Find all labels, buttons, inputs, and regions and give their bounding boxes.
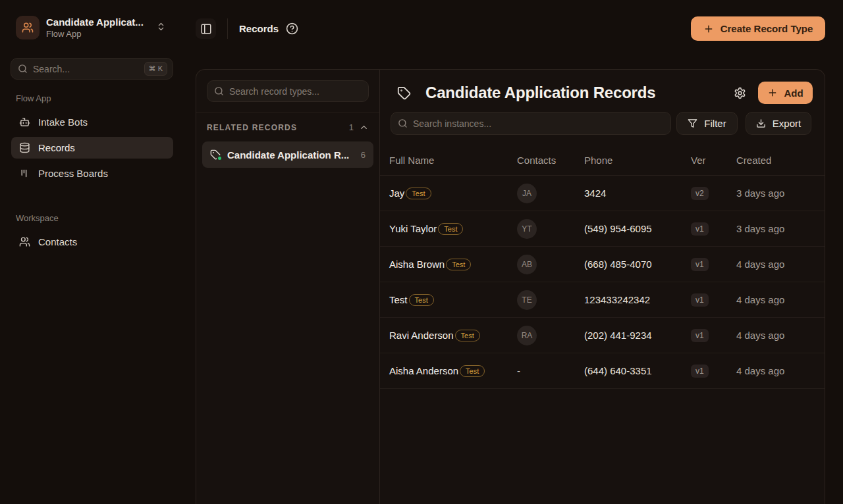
created-cell: 4 days ago [736, 365, 825, 376]
add-record-button[interactable]: Add [758, 82, 813, 104]
record-name: Ravi Anderson [389, 330, 454, 341]
contact-avatar: RA [517, 326, 537, 345]
phone-cell: 3424 [584, 188, 691, 199]
version-badge: v2 [691, 187, 709, 200]
database-icon [19, 142, 30, 153]
contacts-cell: - [517, 365, 584, 377]
full-name-cell: Aisha Brown Test [389, 259, 517, 270]
topbar-divider [227, 18, 228, 39]
sidebar-item-records[interactable]: Records [11, 137, 173, 159]
nav-section-flow-app: Flow App [16, 93, 184, 103]
filter-label: Filter [704, 118, 726, 129]
test-badge: Test [460, 365, 485, 377]
record-type-item[interactable]: Candidate Application R... 6 [202, 141, 373, 168]
column-header-contacts: Contacts [517, 155, 584, 166]
record-types-search-input[interactable] [229, 86, 363, 97]
contacts-cell: TE [517, 290, 584, 310]
records-table: Full Name Contacts Phone Ver Created Jay… [380, 145, 825, 389]
table-row[interactable]: Aisha Brown Test AB (668) 485-4070 v1 4 … [380, 247, 825, 282]
table-row[interactable]: Ravi Anderson Test RA (202) 441-9234 v1 … [380, 318, 825, 353]
help-circle-icon[interactable] [286, 22, 298, 35]
record-name: Yuki Taylor [389, 223, 437, 234]
contacts-cell: RA [517, 326, 584, 345]
kanban-icon [19, 168, 30, 179]
sidebar-item-intake-bots[interactable]: Intake Bots [11, 111, 173, 133]
full-name-cell: Yuki Taylor Test [389, 223, 517, 235]
table-row[interactable]: Yuki Taylor Test YT (549) 954-6095 v1 3 … [380, 211, 825, 247]
contacts-cell: JA [517, 184, 584, 203]
contact-empty-dash: - [517, 365, 520, 376]
sidebar-search-input[interactable] [33, 64, 139, 74]
filter-button[interactable]: Filter [676, 112, 738, 135]
records-header: Candidate Application Records Add [380, 70, 825, 104]
contact-avatar: YT [517, 219, 537, 239]
instances-search[interactable] [391, 112, 671, 135]
sidebar-item-process-boards[interactable]: Process Boards [11, 163, 173, 184]
contacts-cell: AB [517, 255, 584, 274]
related-records-count: 1 [349, 122, 354, 132]
table-row[interactable]: Jay Test JA 3424 v2 3 days ago [380, 176, 825, 211]
phone-cell: 123433242342 [584, 294, 691, 305]
sidebar-search[interactable]: ⌘ K [11, 58, 173, 80]
search-icon [398, 118, 408, 128]
column-header-phone: Phone [584, 155, 691, 166]
version-cell: v1 [691, 222, 736, 236]
contact-avatar: TE [517, 290, 537, 310]
phone-cell: (668) 485-4070 [584, 259, 691, 270]
sidebar-nav: Flow App Intake Bots Records Process Boa… [0, 93, 184, 257]
record-name: Aisha Anderson [389, 365, 458, 376]
version-cell: v1 [691, 329, 736, 342]
test-badge: Test [438, 223, 463, 235]
version-cell: v1 [691, 258, 736, 271]
gear-icon[interactable] [734, 87, 746, 99]
record-name: Aisha Brown [389, 259, 445, 270]
sidebar-item-label: Records [38, 142, 75, 153]
contact-avatar: JA [517, 184, 537, 203]
create-record-type-label: Create Record Type [721, 23, 813, 34]
search-icon [214, 86, 224, 96]
full-name-cell: Jay Test [389, 188, 517, 199]
chevrons-up-down-icon [156, 22, 166, 32]
record-types-panel: RELATED RECORDS 1 Candidate Application … [196, 70, 380, 504]
contact-avatar: AB [517, 255, 537, 274]
version-badge: v1 [691, 365, 709, 378]
add-record-label: Add [784, 88, 803, 99]
record-name: Test [389, 294, 408, 305]
table-row[interactable]: Aisha Anderson Test - (644) 640-3351 v1 … [380, 353, 825, 389]
export-button[interactable]: Export [746, 112, 811, 135]
chevron-up-icon[interactable] [359, 122, 369, 132]
version-badge: v1 [691, 293, 709, 307]
contacts-cell: YT [517, 219, 584, 239]
version-cell: v1 [691, 365, 736, 378]
version-badge: v1 [691, 258, 709, 271]
app-logo [16, 16, 40, 39]
full-name-cell: Test Test [389, 294, 517, 306]
instances-search-input[interactable] [413, 118, 665, 129]
search-icon [18, 64, 28, 74]
table-row[interactable]: Test Test TE 123433242342 v1 4 days ago [380, 282, 825, 318]
users-icon [22, 22, 34, 34]
related-records-label: RELATED RECORDS [207, 123, 297, 132]
record-type-item-label: Candidate Application R... [227, 149, 356, 161]
download-icon [756, 118, 766, 128]
created-cell: 4 days ago [736, 294, 825, 305]
records-main-panel: Candidate Application Records Add [380, 70, 825, 504]
create-record-type-button[interactable]: Create Record Type [691, 16, 825, 41]
created-cell: 4 days ago [736, 259, 825, 270]
sidebar-item-contacts[interactable]: Contacts [11, 231, 173, 253]
record-types-search[interactable] [207, 80, 369, 102]
nav-section-workspace: Workspace [16, 213, 184, 223]
related-records-header[interactable]: RELATED RECORDS 1 [196, 113, 379, 139]
sidebar-toggle-button[interactable] [196, 18, 216, 39]
test-badge: Test [406, 188, 431, 199]
sidebar-item-label: Process Boards [38, 168, 108, 179]
page-title: Records [239, 23, 279, 34]
app-switcher[interactable]: Candidate Applicat... Flow App [16, 16, 144, 39]
keyboard-shortcut-badge: ⌘ K [144, 62, 167, 76]
tag-icon [210, 149, 221, 160]
version-badge: v1 [691, 222, 709, 236]
app-subtitle: Flow App [46, 29, 144, 39]
version-badge: v1 [691, 329, 709, 342]
column-header-ver: Ver [691, 155, 736, 166]
records-toolbar: Filter Export [380, 104, 825, 135]
